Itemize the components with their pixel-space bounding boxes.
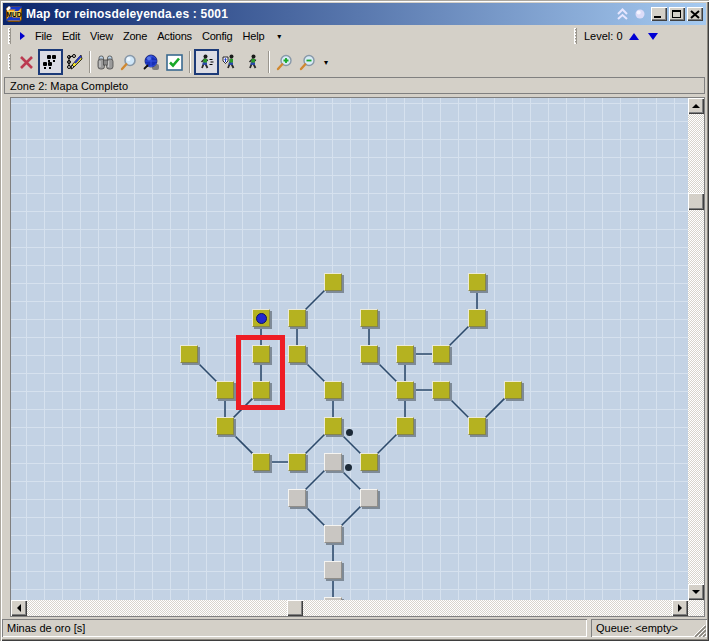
find-button[interactable] [94,50,117,74]
map-room-node[interactable] [288,453,306,471]
map-room-node[interactable] [216,417,234,435]
draw-exits-button[interactable] [63,50,86,74]
app-icon: MUD [6,6,22,22]
map-room-node[interactable] [216,381,234,399]
map-room-node[interactable] [432,381,450,399]
tool-bar: ▾ [3,47,706,77]
scroll-right-button[interactable] [672,600,688,616]
map-room-node[interactable] [288,309,306,327]
menu-item-zone[interactable]: Zone [118,27,152,45]
walk-button[interactable] [242,50,265,74]
toolbar-separator [189,51,191,73]
map-room-node[interactable] [360,453,378,471]
rollup-chevron-icon[interactable] [613,6,631,22]
zone-label: Zone 2: Mapa Completo [10,80,128,92]
menu-item-view[interactable]: View [85,27,118,45]
menu-item-actions[interactable]: Actions [152,27,197,45]
map-room-node[interactable] [252,453,270,471]
menu-item-edit[interactable]: Edit [57,27,85,45]
map-room-node[interactable] [288,345,306,363]
level-label: Level: 0 [584,30,623,42]
map-room-node[interactable] [504,381,522,399]
map-room-node[interactable] [324,453,342,471]
title-bar[interactable]: MUD Map for reinosdeleyenda.es : 5001 [3,3,706,25]
inspect-button[interactable] [117,50,140,74]
magnifier-icon [120,54,137,71]
menu-overflow-caret[interactable]: ▾ [273,29,285,44]
walker-lines-icon [198,54,215,71]
map-room-node[interactable] [396,381,414,399]
map-room-node[interactable] [468,417,486,435]
ball-icon[interactable] [631,6,649,22]
scroll-down-button[interactable] [688,584,704,600]
map-room-node[interactable] [468,309,486,327]
exit-dot [345,464,352,471]
status-room-panel: Minas de oro [s] [2,619,587,637]
speedwalk-button[interactable] [194,49,219,75]
close-button[interactable] [687,7,703,21]
maximize-button[interactable] [669,7,685,21]
map-room-node[interactable] [252,345,270,363]
map-room-node[interactable] [324,561,342,579]
window-title: Map for reinosdeleyenda.es : 5001 [26,7,228,21]
map-room-node[interactable] [360,345,378,363]
map-room-node[interactable] [180,345,198,363]
map-room-node[interactable] [252,381,270,399]
level-toolbar-grip[interactable] [574,28,577,44]
menu-play-icon[interactable] [20,32,25,40]
locate-button[interactable] [140,50,163,74]
map-area [10,97,705,617]
map-room-node[interactable] [432,345,450,363]
status-room-text: Minas de oro [s] [7,622,85,634]
horizontal-scroll-thumb[interactable] [287,600,303,616]
delete-x-icon [18,54,35,71]
scroll-up-button[interactable] [688,98,704,114]
walker-icon [245,54,262,71]
status-queue-text: Queue: <empty> [596,622,678,634]
map-room-node[interactable] [324,381,342,399]
horizontal-scrollbar[interactable] [11,600,688,616]
confirm-button[interactable] [163,50,186,74]
delete-button[interactable] [15,50,38,74]
zoom-out-icon [299,54,316,71]
map-room-node[interactable] [396,345,414,363]
room-dots-icon [42,54,59,71]
menu-item-file[interactable]: File [30,27,57,45]
vertical-scrollbar[interactable] [688,98,704,600]
zoom-out-button[interactable] [296,50,319,74]
resize-grip[interactable] [693,624,706,637]
menu-item-help[interactable]: Help [238,27,270,45]
map-room-node[interactable] [360,489,378,507]
map-viewport[interactable] [11,98,688,600]
vertical-scroll-thumb[interactable] [688,193,704,210]
draw-path-icon [66,54,83,71]
level-up-arrow[interactable] [629,33,639,40]
map-room-node[interactable] [324,597,342,600]
menu-item-config[interactable]: Config [197,27,238,45]
scroll-left-button[interactable] [11,600,27,616]
map-room-node[interactable] [360,309,378,327]
walker-shield-icon [222,54,239,71]
toolbar-separator [268,51,270,73]
toolbar-items [15,49,319,75]
level-down-arrow[interactable] [648,33,658,40]
toolbar-grip[interactable] [8,54,11,70]
status-bar: Minas de oro [s] Queue: <empty> [2,619,707,638]
map-room-node[interactable] [396,417,414,435]
menu-grip[interactable] [8,28,11,44]
map-room-node[interactable] [288,489,306,507]
safewalk-button[interactable] [219,50,242,74]
map-room-node[interactable] [324,417,342,435]
zoom-in-button[interactable] [273,50,296,74]
toolbar-overflow-caret[interactable]: ▾ [319,58,333,67]
map-room-node[interactable] [468,273,486,291]
zoom-in-icon [276,54,293,71]
binoculars-icon [97,54,114,71]
map-room-node[interactable] [324,525,342,543]
show-rooms-button[interactable] [38,49,63,75]
minimize-button[interactable] [651,7,667,21]
scrollbar-corner [688,600,704,616]
globe-magnifier-icon [143,54,160,71]
player-position-dot [256,313,267,324]
map-room-node[interactable] [324,273,342,291]
